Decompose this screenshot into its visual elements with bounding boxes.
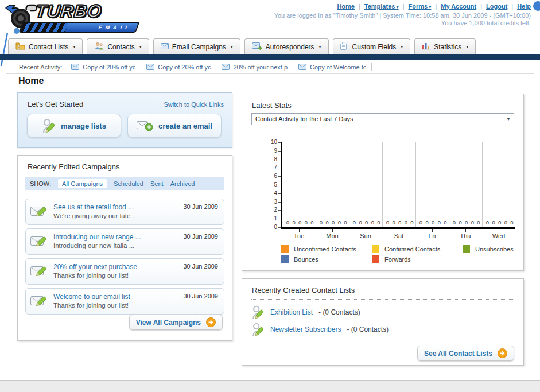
y-axis-tick [278, 219, 281, 219]
nav-link-logout[interactable]: Logout [486, 3, 507, 10]
filter-scheduled[interactable]: Scheduled [114, 180, 143, 187]
y-axis-tick-label: 4 [263, 190, 277, 196]
tab-statistics[interactable]: Statistics▾ [414, 38, 476, 55]
campaign-title: See us at the retail food ... [53, 203, 134, 211]
nav-link-home[interactable]: Home [337, 3, 355, 10]
chevron-down-icon: ▾ [428, 5, 431, 10]
manage-lists-button[interactable]: manage lists [27, 114, 121, 138]
chevron-down-icon: ▾ [466, 44, 468, 49]
recent-activity-text: Copy of 20% off yc [158, 64, 211, 71]
chevron-down-icon: ▼ [506, 114, 511, 125]
tab-label: Contacts [107, 43, 134, 51]
nav-link-forms[interactable]: Forms ▾ [409, 3, 432, 10]
data-value-label: 0 [370, 219, 376, 226]
filter-all-campaigns[interactable]: All Campaigns [58, 179, 107, 188]
statistics-icon [422, 42, 430, 52]
campaigns-filter-bar: SHOW: All CampaignsScheduledSentArchived [25, 177, 224, 190]
tab-autoresponders[interactable]: Autoresponders▾ [244, 38, 329, 55]
campaign-title: Introducing our new range ... [53, 233, 141, 241]
data-value-label: 0 [318, 219, 324, 226]
campaign-subtitle: Introducing our new Italia ... [53, 242, 134, 249]
envelope-pencil-icon [30, 264, 48, 281]
contact-list-item[interactable]: Exhibition List- (0 Contacts) [251, 304, 389, 321]
y-axis-tick [278, 168, 281, 168]
latest-stats-title: Latest Stats [252, 101, 292, 110]
y-axis-tick-label: 9 [263, 148, 277, 154]
contact-activity-chart: 01234567891000000Tue00000Mon00000Sun0000… [281, 142, 515, 229]
tab-contact-lists[interactable]: Contact Lists▾ [8, 38, 83, 55]
logo-email-bar: EMAIL [19, 22, 140, 33]
recent-activity-item[interactable]: Copy of 20% off yc [71, 64, 135, 71]
person-pencil-icon [251, 305, 265, 320]
y-axis-tick [278, 210, 281, 211]
data-value-label: 0 [430, 219, 436, 226]
create-an-email-button[interactable]: create an email [127, 114, 222, 138]
campaign-date: 30 Jun 2009 [183, 203, 218, 210]
manage-lists-label: manage lists [61, 122, 106, 130]
recent-activity-item[interactable]: 20% off your next p [222, 64, 288, 71]
tab-label: Custom Fields [352, 43, 397, 51]
separator: | [435, 3, 437, 10]
envelope-pencil-icon [30, 204, 48, 219]
contact-list-detail: - (0 Contacts) [347, 325, 389, 333]
autoresponders-icon [252, 42, 262, 52]
campaign-subtitle: Thanks for joining our list! [53, 272, 129, 279]
data-value-label: 0 [358, 219, 364, 226]
campaign-item[interactable]: Welcome to our email listThanks for join… [25, 288, 224, 315]
data-value-label: 0 [503, 219, 509, 226]
envelope-icon [161, 43, 169, 49]
campaign-item[interactable]: 20% off your next purchaseThanks for joi… [25, 258, 224, 285]
stats-period-select[interactable]: Contact Activity for the Last 7 Days ▼ [251, 113, 514, 125]
tab-email-campaigns[interactable]: Email Campaigns▾ [153, 38, 240, 55]
contact-list-item[interactable]: Newsletter Subscribers- (0 Contacts) [251, 321, 389, 338]
recent-activity-text: Copy of 20% off yc [83, 64, 135, 71]
arrow-circle-icon [206, 317, 216, 327]
contact-list-items: Exhibition List- (0 Contacts)Newsletter … [251, 304, 389, 338]
legend-swatch [372, 255, 379, 263]
contacts-icon [94, 42, 104, 52]
nav-link-templates[interactable]: Templates ▾ [364, 3, 399, 10]
view-all-campaigns-button[interactable]: View All Campaigns [129, 315, 223, 330]
footer-strip [0, 380, 540, 392]
vertical-gridline [415, 142, 416, 227]
recent-activity-item[interactable]: Copy of 20% off yc [146, 64, 211, 71]
legend-label: Unsubscribes [475, 246, 514, 253]
see-all-contact-lists-button[interactable]: See All Contact Lists [417, 346, 514, 361]
logo-title: TURBO [34, 1, 103, 22]
x-axis-label: Tue [282, 232, 316, 239]
data-value-label: 0 [475, 219, 481, 226]
switch-to-quick-links[interactable]: Switch to Quick Links [164, 101, 224, 108]
filter-archived[interactable]: Archived [170, 180, 195, 187]
contact-list-detail: - (0 Contacts) [318, 308, 360, 316]
nav-link-my-account[interactable]: My Account [441, 3, 476, 10]
separator: | [480, 3, 482, 10]
email-campaigns-icon [161, 43, 169, 51]
data-value-label: 0 [375, 219, 382, 226]
chart-legend: Unconfirmed ContactsConfirmed ContactsUn… [281, 245, 540, 263]
contact-lists-panel: Recently Created Contact Lists Exhibitio… [242, 278, 524, 366]
recent-activity-label: Recent Activity: [19, 64, 62, 71]
x-axis-label: Sat [382, 232, 415, 239]
logo-subtitle: EMAIL [98, 25, 133, 30]
turbo-email-logo: TURBO EMAIL [3, 1, 147, 34]
legend-label: Forwards [384, 256, 411, 263]
get-started-title: Let's Get Started [28, 100, 83, 108]
x-axis-tick [366, 229, 366, 232]
data-value-label: 0 [457, 219, 464, 226]
recent-activity-items: Copy of 20% off ycCopy of 20% off yc20% … [71, 63, 377, 71]
data-value-label: 0 [436, 219, 442, 226]
y-axis-tick [278, 193, 281, 194]
data-value-label: 0 [363, 219, 370, 226]
campaign-item[interactable]: See us at the retail food ...We're givin… [25, 199, 224, 225]
nav-link-help[interactable]: Help [517, 3, 531, 10]
envelope-icon [222, 64, 230, 70]
campaign-item[interactable]: Introducing our new range ...Introducing… [25, 228, 224, 255]
data-value-label: 0 [451, 219, 457, 226]
recent-activity-item[interactable]: Copy of Welcome tc [298, 64, 366, 71]
legend-item: Forwards [372, 255, 463, 263]
filter-sent[interactable]: Sent [150, 180, 164, 187]
campaign-title: Welcome to our email list [53, 293, 130, 301]
tab-contacts[interactable]: Contacts▾ [87, 38, 149, 55]
tab-custom-fields[interactable]: Custom Fields▾ [333, 38, 411, 55]
credits-info: You have 1,000 total credits left. [441, 20, 531, 26]
